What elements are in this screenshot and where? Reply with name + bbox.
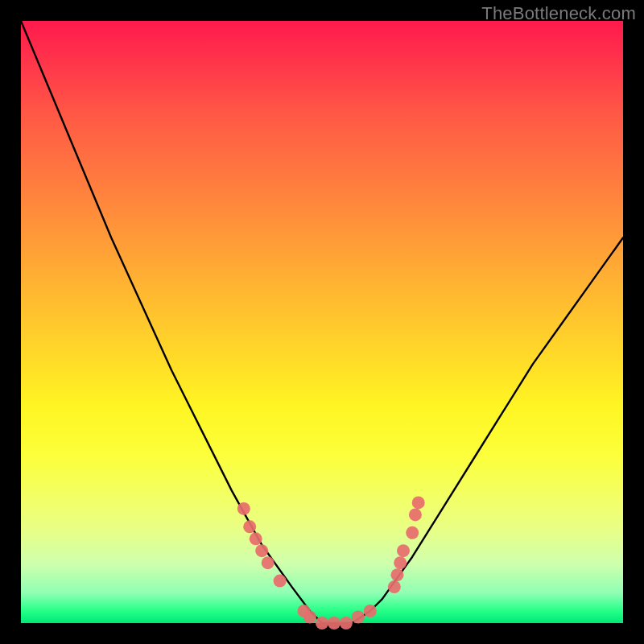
highlight-marker bbox=[397, 544, 410, 557]
highlight-marker bbox=[243, 520, 256, 533]
plot-area bbox=[21, 21, 623, 623]
highlight-marker bbox=[340, 617, 353, 630]
highlight-marker bbox=[328, 617, 341, 630]
highlight-marker bbox=[237, 502, 250, 515]
highlight-marker bbox=[250, 532, 262, 545]
curve-line bbox=[21, 21, 623, 623]
highlight-marker bbox=[409, 508, 422, 521]
highlight-marker bbox=[303, 611, 316, 624]
highlight-marker bbox=[262, 556, 275, 569]
highlight-marker bbox=[364, 605, 377, 617]
chart-frame: TheBottleneck.com bbox=[0, 0, 644, 644]
highlight-marker bbox=[388, 580, 401, 593]
highlight-marker bbox=[406, 526, 419, 539]
watermark-text: TheBottleneck.com bbox=[481, 3, 636, 24]
highlight-marker bbox=[394, 556, 407, 569]
highlight-marker bbox=[352, 611, 365, 624]
highlight-marker bbox=[274, 575, 287, 588]
highlight-marker bbox=[412, 496, 425, 509]
highlight-marker bbox=[255, 544, 268, 557]
highlight-marker bbox=[316, 617, 328, 630]
highlight-marker bbox=[391, 568, 404, 581]
bottleneck-curve bbox=[21, 21, 623, 623]
